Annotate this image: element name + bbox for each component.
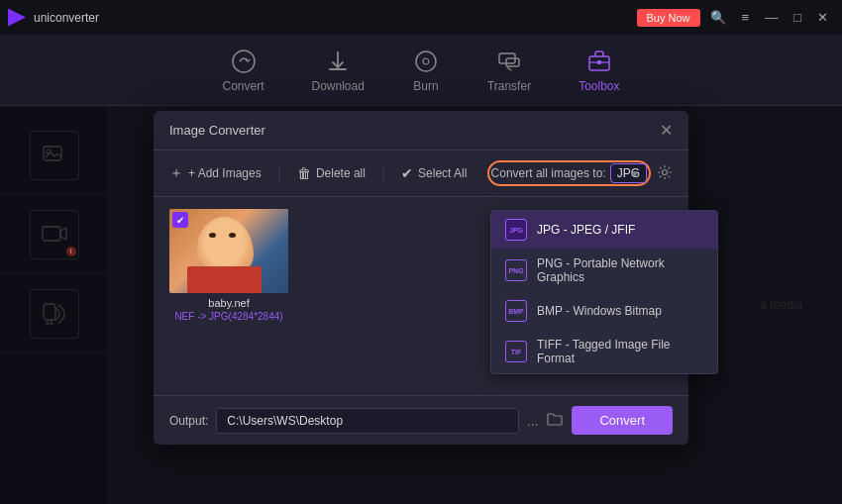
gear-settings-button[interactable] [657,164,673,183]
nav-item-toolbox[interactable]: Toolbox [579,48,619,93]
tiff-label: TIFF - Tagged Image File Format [537,338,703,365]
transfer-label: Transfer [487,79,531,93]
format-item-jpg[interactable]: JPG JPG - JPEG / JFIF [491,211,717,249]
svg-rect-6 [597,60,601,64]
output-folder-button[interactable] [546,410,564,432]
dialog-header: Image Converter ✕ [154,111,688,151]
convert-icon [230,48,258,75]
nav-item-burn[interactable]: Burn [412,48,440,93]
convert-button[interactable]: Convert [572,406,673,435]
dialog-toolbar: ＋ + Add Images | 🗑 Delete all | ✔ Select… [154,151,688,197]
jpg-format-icon: JPG [505,219,527,241]
plus-icon: ＋ [169,164,183,182]
add-images-button[interactable]: ＋ + Add Images [169,164,262,182]
delete-all-button[interactable]: 🗑 Delete all [297,165,366,181]
output-row: Output: ... Convert [154,395,688,445]
add-images-label: + Add Images [188,166,262,180]
toolbox-icon [585,48,613,75]
image-thumb-wrapper: ✔ [169,209,288,293]
png-abbr: PNG [508,267,523,274]
tiff-abbr: TIF [511,349,522,355]
trash-icon: 🗑 [297,165,311,181]
svg-rect-4 [506,58,519,66]
bmp-label: BMP - Windows Bitmap [537,304,662,318]
select-all-button[interactable]: ✔ Select All [401,165,467,181]
maximize-button[interactable]: □ [788,8,807,27]
separator-1: | [277,164,281,182]
svg-point-11 [663,169,668,174]
format-item-bmp[interactable]: BMP BMP - Windows Bitmap [491,292,717,330]
dropdown-arrow-icon: ▼ [630,168,640,179]
output-path-input[interactable] [216,408,518,434]
delete-all-label: Delete all [316,166,366,180]
toolbox-label: Toolbox [579,79,619,93]
image-checkbox[interactable]: ✔ [172,212,188,228]
separator-2: | [381,164,385,182]
download-icon [324,48,352,75]
format-dropdown: JPG JPG - JPEG / JFIF PNG PNG - Portable… [490,210,718,374]
nav-bar: Convert Download Burn Transfer [0,35,842,106]
tiff-format-icon: TIF [505,341,527,362]
dialog-overlay: Image Converter ✕ ＋ + Add Images | 🗑 Del… [0,106,842,504]
burn-label: Burn [413,79,438,93]
app-branding: uniconverter [8,9,99,27]
app-name-label: uniconverter [34,11,99,25]
download-label: Download [312,79,365,93]
dialog-close-button[interactable]: ✕ [660,121,673,140]
bmp-abbr: BMP [508,308,524,315]
main-content: i a media Image Converter ✕ [0,106,842,504]
minimize-button[interactable]: — [759,8,784,27]
menu-win-button[interactable]: ≡ [736,8,756,27]
title-bar: uniconverter Buy Now 🔍 ≡ — □ ✕ [0,0,842,35]
nav-item-transfer[interactable]: Transfer [487,48,531,93]
svg-point-2 [423,58,429,64]
close-button[interactable]: ✕ [811,8,834,27]
bmp-format-icon: BMP [505,300,527,322]
svg-point-1 [416,51,436,71]
check-icon: ✔ [401,165,413,181]
svg-point-0 [233,50,255,72]
image-item-baby[interactable]: ✔ baby.nef [169,209,288,322]
format-select-wrapper[interactable]: JPG ▼ [610,163,647,183]
nav-item-convert[interactable]: Convert [222,48,263,93]
window-controls: Buy Now 🔍 ≡ — □ ✕ [637,8,834,27]
output-label: Output: [169,414,208,428]
image-conversion-info: NEF -> JPG(4284*2844) [174,311,282,322]
buy-now-button[interactable]: Buy Now [637,9,700,27]
png-format-icon: PNG [505,259,527,281]
png-label: PNG - Portable Network Graphics [537,256,703,284]
nav-item-download[interactable]: Download [312,48,365,93]
burn-icon [412,48,440,75]
search-win-button[interactable]: 🔍 [704,8,732,27]
select-all-label: Select All [418,166,467,180]
transfer-icon [495,48,523,75]
jpg-label: JPG - JPEG / JFIF [537,223,635,237]
jpg-abbr: JPG [509,227,523,234]
convert-all-section: Convert all images to: JPG ▼ [487,160,673,186]
format-item-png[interactable]: PNG PNG - Portable Network Graphics [491,249,717,292]
app-logo-icon [8,9,26,27]
dialog-title: Image Converter [169,123,265,138]
image-converter-dialog: Image Converter ✕ ＋ + Add Images | 🗑 Del… [154,111,688,445]
convert-label: Convert [222,79,263,93]
format-item-tiff[interactable]: TIF TIFF - Tagged Image File Format [491,330,717,373]
image-filename: baby.nef [208,297,249,309]
convert-all-highlight: Convert all images to: JPG ▼ [487,160,651,186]
convert-all-label: Convert all images to: [491,166,606,180]
output-dots-button[interactable]: ... [527,413,539,429]
